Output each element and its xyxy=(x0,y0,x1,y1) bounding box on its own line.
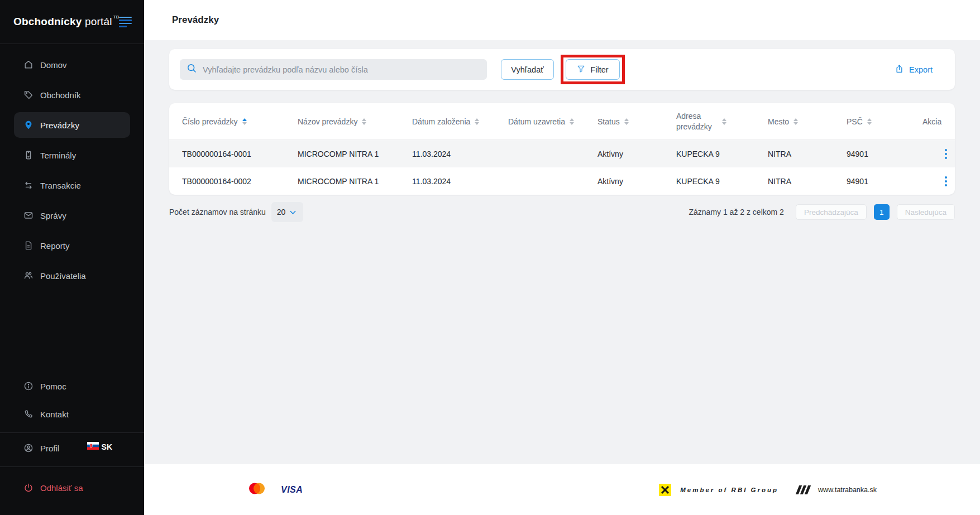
cell-datum-zalozenia: 11.03.2024 xyxy=(412,150,508,158)
slovakia-flag-icon xyxy=(87,442,99,452)
toolbar-card: Vyhľadať Filter Export xyxy=(169,49,955,90)
cell-mesto: NITRA xyxy=(768,177,847,186)
records-range-text: Záznamy 1 až 2 z celkom 2 xyxy=(689,208,783,216)
sidebar-item-domov[interactable]: Domov xyxy=(14,52,130,78)
sidebar-item-reporty[interactable]: Reporty xyxy=(14,233,130,258)
search-input[interactable] xyxy=(203,65,480,74)
mail-icon xyxy=(23,210,34,221)
sidebar-item-label: Transakcie xyxy=(40,181,81,190)
search-icon xyxy=(187,63,197,76)
sidebar-item-prevadzky[interactable]: Prevádzky xyxy=(14,112,130,138)
table-row[interactable]: TB000000164-0002 MICROCOMP NITRA 1 11.03… xyxy=(169,167,955,195)
search-button[interactable]: Vyhľadať xyxy=(501,59,554,80)
page-size-label: Počet záznamov na stránku xyxy=(169,208,266,216)
sort-icon[interactable] xyxy=(722,118,726,125)
sidebar-item-terminaly[interactable]: Terminály xyxy=(14,142,130,168)
cell-status: Aktívny xyxy=(597,150,676,158)
table-row[interactable]: TB000000164-0001 MICROCOMP NITRA 1 11.03… xyxy=(169,140,955,167)
power-icon xyxy=(23,483,34,493)
rbi-member-text: Member of RBI Group xyxy=(680,487,778,493)
sort-icon[interactable] xyxy=(867,118,872,125)
pin-icon xyxy=(23,120,34,131)
column-header-status[interactable]: Status xyxy=(597,117,676,126)
cell-nazov-prevadzky: MICROCOMP NITRA 1 xyxy=(298,150,412,158)
tag-icon xyxy=(23,90,34,100)
sidebar-item-label: Obchodník xyxy=(40,90,81,100)
phone-icon xyxy=(23,409,34,420)
column-header-datum-zalozenia[interactable]: Dátum založenia xyxy=(412,117,508,126)
export-button[interactable]: Export xyxy=(895,64,933,75)
current-page-button[interactable]: 1 xyxy=(874,204,890,220)
topbar: Prevádzky xyxy=(144,0,980,40)
sidebar-item-transakcie[interactable]: Transakcie xyxy=(14,172,130,198)
next-page-button[interactable]: Nasledujúca xyxy=(897,204,955,220)
sidebar-item-kontakt[interactable]: Kontakt xyxy=(14,401,130,427)
visa-logo: VISA xyxy=(281,485,303,495)
terminal-icon xyxy=(23,150,34,161)
logout-button[interactable]: Odhlásiť sa xyxy=(14,475,130,500)
sort-icon[interactable] xyxy=(242,118,247,125)
column-header-mesto[interactable]: Mesto xyxy=(768,117,847,126)
funnel-icon xyxy=(577,65,585,75)
info-icon xyxy=(23,381,34,392)
cell-psc: 94901 xyxy=(847,150,922,158)
sort-icon[interactable] xyxy=(793,118,798,125)
sort-icon[interactable] xyxy=(624,118,629,125)
cell-adresa-prevadzky: KUPECKA 9 xyxy=(676,177,768,186)
document-icon xyxy=(23,240,34,251)
sidebar-item-label: Domov xyxy=(40,60,67,70)
row-actions-kebab-icon[interactable] xyxy=(943,174,949,189)
search-box[interactable] xyxy=(180,59,487,80)
cell-mesto: NITRA xyxy=(768,150,847,158)
column-header-nazov-prevadzky[interactable]: Názov prevádzky xyxy=(298,117,412,126)
sidebar-item-profil[interactable]: Profil xyxy=(14,435,87,461)
cell-psc: 94901 xyxy=(847,177,922,186)
column-header-adresa-prevadzky[interactable]: Adresa prevádzky xyxy=(676,111,768,132)
sidebar-item-obchodnik[interactable]: Obchodník xyxy=(14,82,130,108)
sidebar: Obchodnícky portálTB Domov Obchodník Pre… xyxy=(0,0,144,515)
language-label: SK xyxy=(102,442,112,451)
logo-tb-superscript: TB xyxy=(113,15,119,20)
sidebar-item-pomoc[interactable]: Pomoc xyxy=(14,373,130,399)
pagination-bar: Počet záznamov na stránku 20 Záznamy 1 a… xyxy=(169,202,955,222)
language-selector[interactable]: SK xyxy=(87,442,112,452)
home-icon xyxy=(23,60,34,70)
cell-adresa-prevadzky: KUPECKA 9 xyxy=(676,150,768,158)
sidebar-item-label: Prevádzky xyxy=(40,121,79,130)
cell-datum-zalozenia: 11.03.2024 xyxy=(412,177,508,186)
export-icon xyxy=(895,64,904,75)
sidebar-nav: Domov Obchodník Prevádzky Terminály Tran… xyxy=(0,44,144,288)
logout-label: Odhlásiť sa xyxy=(40,483,83,493)
sort-icon[interactable] xyxy=(362,118,366,125)
column-header-cislo-prevadzky[interactable]: Číslo prevádzky xyxy=(169,117,298,126)
sidebar-item-label: Používatelia xyxy=(40,271,86,281)
sidebar-item-label: Správy xyxy=(40,211,66,220)
cell-nazov-prevadzky: MICROCOMP NITRA 1 xyxy=(298,177,412,186)
sort-icon[interactable] xyxy=(475,118,479,125)
sidebar-item-pouzivatelia[interactable]: Používatelia xyxy=(14,263,130,288)
sidebar-item-label: Kontakt xyxy=(40,410,69,419)
profile-row: Profil SK xyxy=(0,433,144,461)
app-logo-text: Obchodnícky portálTB xyxy=(13,16,119,28)
previous-page-button[interactable]: Predchádzajúca xyxy=(796,204,867,220)
mastercard-logo-icon xyxy=(247,483,266,497)
page-size-select[interactable]: 20 xyxy=(271,202,303,222)
hamburger-menu-icon[interactable] xyxy=(119,17,132,27)
footer: VISA Member of RBI Group www.tatrabanka.… xyxy=(144,464,980,515)
sidebar-item-label: Terminály xyxy=(40,151,76,160)
sidebar-secondary-nav: Pomoc Kontakt xyxy=(0,373,144,427)
tatrabanka-logo-icon xyxy=(797,485,809,494)
row-actions-kebab-icon[interactable] xyxy=(943,147,949,161)
column-header-akcia: Akcia xyxy=(922,117,955,126)
operations-table: Číslo prevádzky Názov prevádzky Dátum za… xyxy=(169,103,955,195)
column-header-psc[interactable]: PSČ xyxy=(847,117,922,126)
filter-button[interactable]: Filter xyxy=(566,59,620,80)
raiffeisen-logo-icon xyxy=(659,484,671,496)
sidebar-item-spravy[interactable]: Správy xyxy=(14,203,130,228)
column-header-datum-uzavretia[interactable]: Dátum uzavretia xyxy=(508,117,597,126)
sort-icon[interactable] xyxy=(570,118,574,125)
page-title: Prevádzky xyxy=(172,15,219,26)
cell-status: Aktívny xyxy=(597,177,676,186)
users-icon xyxy=(23,271,34,281)
tatrabanka-url[interactable]: www.tatrabanka.sk xyxy=(818,486,877,494)
